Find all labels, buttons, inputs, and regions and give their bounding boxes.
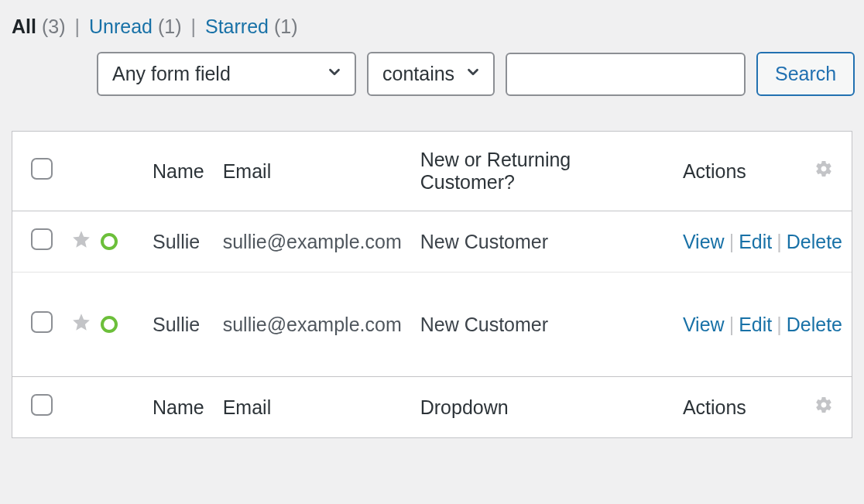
column-actions: Actions xyxy=(674,132,805,211)
star-icon[interactable] xyxy=(71,312,91,337)
row-checkbox[interactable] xyxy=(31,311,53,333)
filter-starred-label: Starred xyxy=(205,15,269,37)
footer-email[interactable]: Email xyxy=(214,377,411,438)
cell-actions: View|Edit|Delete xyxy=(674,211,852,273)
column-customer[interactable]: New or Returning Customer? xyxy=(411,132,674,211)
column-settings xyxy=(805,132,852,211)
row-indicators xyxy=(71,229,118,254)
column-name[interactable]: Name xyxy=(143,132,214,211)
cell-customer: New Customer xyxy=(411,211,674,273)
search-button[interactable]: Search xyxy=(756,52,855,96)
filter-all-count: (3) xyxy=(42,15,66,37)
row-indicators xyxy=(71,312,118,337)
gear-icon[interactable] xyxy=(814,160,833,182)
indicators-header xyxy=(62,132,143,211)
cell-email: sullie@example.com xyxy=(214,273,411,377)
cell-name: Sullie xyxy=(143,273,214,377)
chevron-down-icon xyxy=(326,63,343,85)
select-all-header xyxy=(12,132,62,211)
search-input[interactable] xyxy=(506,53,746,96)
view-link[interactable]: View xyxy=(683,231,725,252)
cell-name: Sullie xyxy=(143,211,214,273)
star-icon[interactable] xyxy=(71,229,91,254)
edit-link[interactable]: Edit xyxy=(739,231,772,252)
view-link[interactable]: View xyxy=(683,314,725,335)
separator: | xyxy=(74,15,80,38)
edit-link[interactable]: Edit xyxy=(739,314,772,335)
condition-select[interactable]: contains xyxy=(367,52,495,96)
select-all-checkbox[interactable] xyxy=(31,158,53,180)
field-select[interactable]: Any form field xyxy=(97,52,356,96)
table-row: Sullie sullie@example.com New Customer V… xyxy=(12,273,852,377)
filter-starred[interactable]: Starred (1) xyxy=(205,15,298,38)
cell-actions: View|Edit|Delete xyxy=(674,273,852,377)
footer-name[interactable]: Name xyxy=(143,377,214,438)
column-email[interactable]: Email xyxy=(214,132,411,211)
footer-actions: Actions xyxy=(674,377,805,438)
field-select-value: Any form field xyxy=(112,63,231,85)
filter-all-label: All xyxy=(12,15,36,37)
separator: | xyxy=(190,15,196,38)
select-all-footer xyxy=(12,377,62,438)
filter-unread[interactable]: Unread (1) xyxy=(89,15,182,38)
filter-all[interactable]: All (3) xyxy=(12,15,65,38)
filter-bar: All (3) | Unread (1) | Starred (1) xyxy=(12,15,852,38)
delete-link[interactable]: Delete xyxy=(787,231,842,252)
unread-indicator-icon xyxy=(101,233,118,250)
cell-customer: New Customer xyxy=(411,273,674,377)
footer-settings xyxy=(805,377,852,438)
gear-icon[interactable] xyxy=(814,396,833,418)
entries-table: Name Email New or Returning Customer? Ac… xyxy=(12,131,852,438)
select-all-checkbox[interactable] xyxy=(31,394,53,416)
filter-unread-count: (1) xyxy=(158,15,182,37)
delete-link[interactable]: Delete xyxy=(787,314,842,335)
unread-indicator-icon xyxy=(101,316,118,333)
condition-select-value: contains xyxy=(382,63,454,85)
cell-email: sullie@example.com xyxy=(214,211,411,273)
indicators-footer xyxy=(62,377,143,438)
table-row: Sullie sullie@example.com New Customer V… xyxy=(12,211,852,273)
footer-customer[interactable]: Dropdown xyxy=(411,377,674,438)
filter-starred-count: (1) xyxy=(274,15,298,37)
chevron-down-icon xyxy=(465,63,482,85)
filter-unread-label: Unread xyxy=(89,15,153,37)
search-bar: Any form field contains Search xyxy=(97,52,852,96)
row-checkbox[interactable] xyxy=(31,228,53,250)
